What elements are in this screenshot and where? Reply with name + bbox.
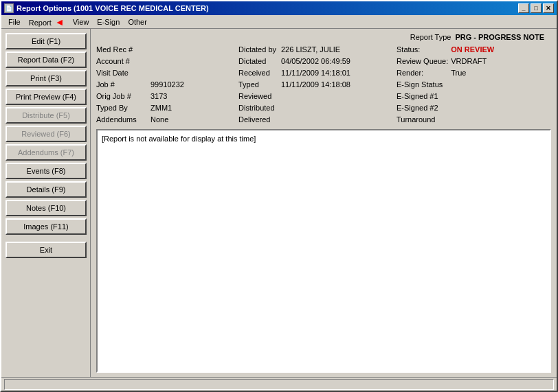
menu-esign[interactable]: E-Sign xyxy=(93,17,124,27)
title-bar: 📄 Report Options (1001 VOICE REC MEDICAL… xyxy=(1,1,557,15)
label-turnaround: Turnaround xyxy=(397,114,448,125)
value-dictated-by: 226 LISZT, JULIE xyxy=(281,44,388,55)
value-esigned1 xyxy=(451,91,517,102)
label-typed-by: Typed By xyxy=(96,102,148,113)
value-dictated: 04/05/2002 06:49:59 xyxy=(281,56,388,67)
value-med-rec xyxy=(150,44,230,55)
value-status: ON REVIEW xyxy=(451,44,517,55)
content-panel: Report Type PRG - PROGRESS NOTE Med Rec … xyxy=(91,29,557,377)
minimize-button[interactable]: _ xyxy=(518,3,529,13)
events-button[interactable]: Events (F8) xyxy=(5,163,87,179)
value-typed: 11/11/2009 14:18:08 xyxy=(281,79,388,90)
value-job: 99910232 xyxy=(150,79,230,90)
report-type-row: Report Type PRG - PROGRESS NOTE xyxy=(96,33,551,41)
label-dictated-by: Dictated by xyxy=(238,44,278,55)
label-esigned1: E-Signed #1 xyxy=(397,91,448,102)
value-reviewed xyxy=(281,91,388,102)
label-job: Job # xyxy=(96,79,148,90)
value-orig-job: 3173 xyxy=(150,91,230,102)
label-visit-date: Visit Date xyxy=(96,67,148,78)
info-section: Med Rec # Account # Visit Date Job # Ori… xyxy=(96,44,551,125)
exit-button[interactable]: Exit xyxy=(5,242,87,258)
value-distributed xyxy=(281,102,388,113)
label-account: Account # xyxy=(96,56,148,67)
label-addendums: Addendums xyxy=(96,114,148,125)
value-received: 11/11/2009 14:18:01 xyxy=(281,67,388,78)
menu-file[interactable]: File xyxy=(4,17,25,27)
reviewed-button[interactable]: Reviewed (F6) xyxy=(5,126,87,142)
report-data-button[interactable]: Report Data (F2) xyxy=(5,51,87,68)
value-turnaround xyxy=(451,114,517,125)
report-display[interactable]: [Report is not available for display at … xyxy=(96,129,551,373)
value-esign-status xyxy=(451,79,517,90)
notes-button[interactable]: Notes (F10) xyxy=(5,200,87,216)
main-window: 📄 Report Options (1001 VOICE REC MEDICAL… xyxy=(0,0,558,392)
value-render: True xyxy=(451,67,517,78)
col3-values: ON REVIEW VRDRAFT True xyxy=(448,44,517,125)
label-distributed: Distributed xyxy=(238,102,278,113)
addendums-button[interactable]: Addendums (F7) xyxy=(5,144,87,161)
label-reviewed: Reviewed xyxy=(238,91,278,102)
edit-button[interactable]: Edit (F1) xyxy=(5,33,87,49)
label-delivered: Delivered xyxy=(238,114,278,125)
label-esign-status: E-Sign Status xyxy=(397,79,448,90)
menu-report-arrow: ◄ xyxy=(55,16,65,27)
window-title: Report Options (1001 VOICE REC MEDICAL C… xyxy=(16,4,209,12)
label-typed: Typed xyxy=(238,79,278,90)
label-render: Render: xyxy=(397,67,448,78)
title-buttons: _ □ ✕ xyxy=(518,3,554,13)
label-dictated: Dictated xyxy=(238,56,278,67)
col1-values: 99910232 3173 ZMM1 None xyxy=(148,44,230,125)
label-received: Received xyxy=(238,67,278,78)
report-not-available-message: [Report is not available for display at … xyxy=(102,135,256,143)
title-bar-left: 📄 Report Options (1001 VOICE REC MEDICAL… xyxy=(4,3,209,13)
report-type-value: PRG - PROGRESS NOTE xyxy=(455,33,544,41)
value-delivered xyxy=(281,114,388,125)
col3-labels: Status: Review Queue: Render: E-Sign Sta… xyxy=(388,44,448,125)
menu-bar: File Report ◄ View E-Sign Other xyxy=(1,15,557,29)
details-button[interactable]: Details (F9) xyxy=(5,181,87,198)
label-med-rec: Med Rec # xyxy=(96,44,148,55)
print-preview-button[interactable]: Print Preview (F4) xyxy=(5,89,87,105)
label-status: Status: xyxy=(397,44,448,55)
col1-labels: Med Rec # Account # Visit Date Job # Ori… xyxy=(96,44,148,125)
value-review-queue: VRDRAFT xyxy=(451,56,517,67)
images-button[interactable]: Images (F11) xyxy=(5,218,87,235)
value-addendums: None xyxy=(150,114,230,125)
distribute-button[interactable]: Distribute (F5) xyxy=(5,107,87,124)
col2-labels: Dictated by Dictated Received Typed Revi… xyxy=(230,44,278,125)
value-account xyxy=(150,56,230,67)
menu-view[interactable]: View xyxy=(69,17,93,27)
label-orig-job: Orig Job # xyxy=(96,91,148,102)
status-bar xyxy=(1,377,557,391)
value-typed-by: ZMM1 xyxy=(150,102,230,113)
report-type-label: Report Type xyxy=(410,33,451,41)
window-icon: 📄 xyxy=(4,3,14,13)
label-review-queue: Review Queue: xyxy=(397,56,448,67)
menu-report[interactable]: Report ◄ xyxy=(25,16,69,28)
value-visit-date xyxy=(150,67,230,78)
status-pane xyxy=(4,379,554,390)
menu-other[interactable]: Other xyxy=(124,17,151,27)
sidebar: Edit (F1) Report Data (F2) Print (F3) Pr… xyxy=(1,29,91,377)
col2-values: 226 LISZT, JULIE 04/05/2002 06:49:59 11/… xyxy=(278,44,388,125)
main-content: Edit (F1) Report Data (F2) Print (F3) Pr… xyxy=(1,29,557,377)
close-button[interactable]: ✕ xyxy=(543,3,554,13)
label-esigned2: E-Signed #2 xyxy=(397,102,448,113)
value-esigned2 xyxy=(451,102,517,113)
maximize-button[interactable]: □ xyxy=(531,3,542,13)
print-button[interactable]: Print (F3) xyxy=(5,70,87,87)
